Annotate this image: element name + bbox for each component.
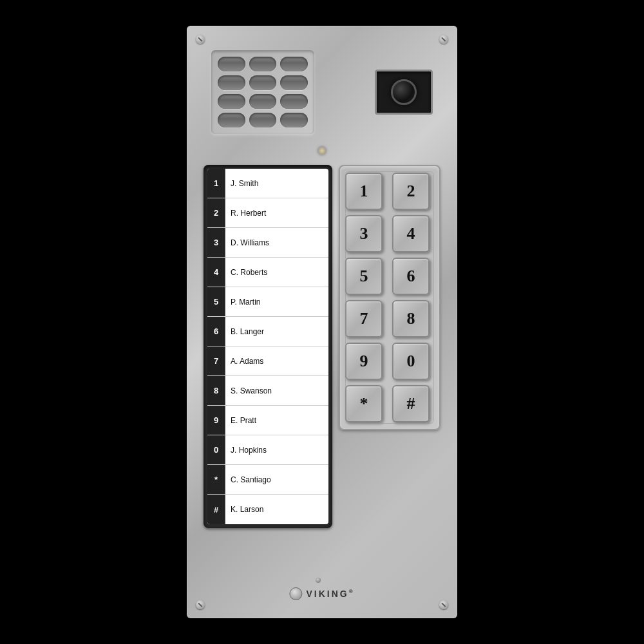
speaker-slot (249, 57, 277, 71)
dir-number: 3 (207, 228, 225, 257)
brand-name: VIKING® (306, 589, 354, 599)
directory-row[interactable]: 4C. Roberts (207, 258, 328, 287)
directory-row[interactable]: 5P. Martin (207, 287, 328, 317)
keypad-key-8[interactable]: 8 (392, 300, 430, 337)
dir-name: S. Swanson (225, 386, 272, 395)
keypad-key-3[interactable]: 3 (345, 215, 383, 252)
screw-bottom-right (439, 600, 448, 609)
screw-bottom-left (196, 600, 205, 609)
directory-row[interactable]: 8S. Swanson (207, 376, 328, 406)
speaker-slot (218, 113, 245, 128)
speaker-slot (218, 75, 245, 90)
keypad-key-6[interactable]: 6 (392, 258, 430, 295)
dir-number: 4 (207, 258, 225, 287)
dir-number: * (207, 465, 225, 494)
keypad-key-0[interactable]: 0 (392, 343, 430, 380)
keypad-key-5[interactable]: 5 (345, 258, 383, 295)
dir-number: 6 (207, 317, 225, 346)
brand-name-text: VIKING (306, 589, 348, 599)
directory-panel: 1J. Smith2R. Herbert3D. Williams4C. Robe… (204, 165, 332, 528)
dir-number: # (207, 495, 225, 524)
directory-row[interactable]: 7A. Adams (207, 346, 328, 376)
bottom-dot (316, 578, 321, 583)
camera-module (375, 70, 433, 115)
directory-row[interactable]: 3D. Williams (207, 228, 328, 258)
directory-row[interactable]: 9E. Pratt (207, 406, 328, 435)
dir-name: P. Martin (225, 298, 260, 307)
dir-name: K. Larson (225, 505, 263, 514)
directory-row[interactable]: 6B. Langer (207, 317, 328, 346)
dir-name: E. Pratt (225, 416, 256, 425)
brand-registered: ® (349, 589, 355, 594)
dir-number: 5 (207, 287, 225, 316)
keypad-key-2[interactable]: 2 (392, 173, 430, 210)
dir-name: A. Adams (225, 357, 263, 366)
keypad-key-9[interactable]: 9 (345, 343, 383, 380)
speaker-slot (218, 94, 245, 109)
speaker-slot (280, 113, 308, 128)
keypad-key-4[interactable]: 4 (392, 215, 430, 252)
directory-row[interactable]: 1J. Smith (207, 169, 328, 198)
speaker-slot (218, 57, 245, 71)
dir-name: J. Smith (225, 179, 258, 188)
keypad-section: 1234567890*# (339, 165, 440, 430)
directory-row[interactable]: #K. Larson (207, 495, 328, 524)
top-section (198, 50, 446, 134)
speaker-slot (280, 94, 308, 109)
dir-name: C. Santiago (225, 475, 271, 484)
dir-number: 8 (207, 376, 225, 405)
dir-name: J. Hopkins (225, 446, 267, 455)
brand-icon (289, 587, 302, 600)
directory-list: 1J. Smith2R. Herbert3D. Williams4C. Robe… (207, 169, 328, 524)
dir-number: 2 (207, 198, 225, 227)
directory-row[interactable]: 2R. Herbert (207, 198, 328, 228)
screw-top-right (439, 35, 448, 44)
dir-name: B. Langer (225, 327, 264, 336)
led-indicator (318, 147, 326, 155)
bottom-section: 1J. Smith2R. Herbert3D. Williams4C. Robe… (198, 165, 446, 528)
keypad-key-7[interactable]: 7 (345, 300, 383, 337)
speaker-slot (280, 75, 308, 90)
directory-row[interactable]: *C. Santiago (207, 465, 328, 495)
directory-row[interactable]: 0J. Hopkins (207, 435, 328, 465)
speaker-slot (249, 75, 277, 90)
keypad-key-1[interactable]: 1 (345, 173, 383, 210)
screw-top-left (196, 35, 205, 44)
keypad-grid: 1234567890*# (345, 173, 434, 422)
speaker-slot (249, 94, 277, 109)
dir-name: C. Roberts (225, 268, 267, 277)
dir-name: R. Herbert (225, 209, 266, 218)
keypad-key-star[interactable]: * (345, 385, 383, 422)
dir-number: 1 (207, 169, 225, 198)
dir-number: 0 (207, 435, 225, 464)
brand-label: VIKING® (289, 587, 354, 600)
camera-lens (391, 79, 417, 105)
dir-name: D. Williams (225, 238, 269, 247)
speaker-grille (211, 50, 314, 134)
dir-number: 9 (207, 406, 225, 435)
intercom-panel: 1J. Smith2R. Herbert3D. Williams4C. Robe… (187, 26, 457, 618)
speaker-slot (249, 113, 277, 128)
dir-number: 7 (207, 346, 225, 375)
speaker-slot (280, 57, 308, 71)
keypad-key-hash[interactable]: # (392, 385, 430, 422)
